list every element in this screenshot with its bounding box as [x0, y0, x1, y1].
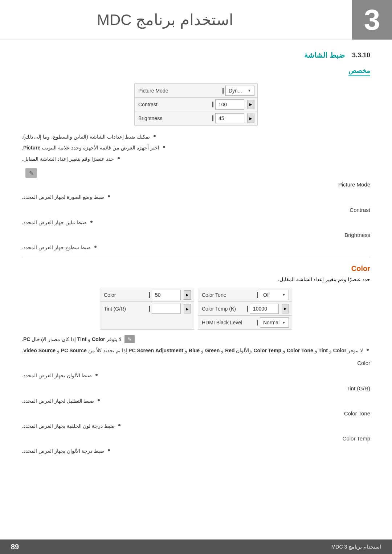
warning-icon-1: ✎: [124, 335, 135, 343]
contrast-value: 100: [215, 99, 244, 110]
warning-row-2: لا يتوفر Color و Tint و Color Tone و Col…: [22, 346, 370, 354]
page-header: استخدام برنامج MDC 3: [0, 0, 392, 40]
color-item-2-section: ضبط درجة لون الخلفية بجهاز العرض المحدد.: [22, 422, 370, 430]
color-item-label: Color: [22, 360, 370, 366]
tint-label: Tint (G/R): [100, 306, 150, 312]
hdmi-black-row: HDMI Black Level Normal ▼: [198, 316, 292, 329]
page-number: 89: [11, 543, 19, 551]
color-temp-row: Color Temp (K) 10000 ▶: [198, 302, 292, 316]
contrast-label: Contrast: [135, 102, 213, 107]
warning-text-1: لا يتوفر Color و Tint إذا كان مصدر الإدخ…: [22, 335, 122, 343]
color-item-0-bullet: ضبط الألوان بجهاز العرض المحدد.: [22, 372, 370, 379]
brightness-bullet-dot: [94, 246, 97, 248]
color-item-2-dot: [118, 424, 121, 426]
color-temp-label: Color Temp (K): [198, 306, 248, 312]
brightness-row: Brightness 45 ▶: [135, 111, 257, 125]
picture-mode-value[interactable]: Dyn... ▼: [225, 86, 254, 96]
color-item-1-bullet: ضبط التظليل لجهاز العرض المحدد.: [22, 397, 370, 405]
section-number: 3.3.10: [352, 52, 370, 59]
color-item-3-text: ضبط درجة الألوان بجهاز العرض المحدد.: [22, 447, 104, 455]
color-item-3-section: ضبط درجة الألوان بجهاز العرض المحدد.: [22, 447, 370, 455]
picture-mode-bullet-text: ضبط وضع الصورة لجهاز العرض المحدد.: [22, 193, 104, 201]
color-tone-value[interactable]: Off ▼: [260, 290, 289, 300]
warning-text-2: لا يتوفر Color و Tint و Color Tone و Col…: [22, 346, 363, 354]
color-item-0-section: ضبط الألوان بجهاز العرض المحدد.: [22, 372, 370, 379]
main-content: ضبط الشاشة 3.3.10 مخصص Picture Mode Dyn.…: [0, 40, 392, 472]
tint-arrow-btn[interactable]: ▶: [184, 304, 191, 313]
color-item-3-bullet: ضبط درجة الألوان بجهاز العرض المحدد.: [22, 447, 370, 455]
color-item-1-dot: [98, 399, 100, 401]
bullet-dot-1: [154, 135, 156, 137]
note-row-picture: [22, 168, 370, 178]
hdmi-black-dropdown-arrow: ▼: [282, 321, 286, 325]
color-item-3-dot: [108, 449, 110, 451]
subsection-title: مخصص: [348, 67, 370, 76]
hdmi-black-value[interactable]: Normal ▼: [260, 317, 289, 328]
warning-dot-2: [367, 349, 369, 351]
color-panel-left: Color 50 ▶ Tint (G/R) ▶: [100, 288, 194, 330]
main-bullet-section: يمكنك ضبط إعدادات الشاشة (التباين والسطو…: [22, 133, 370, 163]
header-title-text: استخدام برنامج MDC: [97, 11, 233, 29]
tint-item-label: Tint (G/R): [22, 385, 370, 391]
color-tone-row: Color Tone Off ▼: [198, 288, 292, 302]
bullet-item-2: اختر أجهزة العرض من قائمة الأجهزة وحدد ع…: [22, 144, 370, 152]
contrast-bullet-section: ضبط تباين جهاز العرض المحدد.: [22, 218, 370, 226]
bullet-text-2: اختر أجهزة العرض من قائمة الأجهزة وحدد ع…: [22, 144, 159, 152]
warning-row-1: ✎ لا يتوفر Color و Tint إذا كان مصدر الإ…: [22, 335, 370, 343]
section-heading: ضبط الشاشة 3.3.10: [22, 51, 370, 59]
picture-mode-bullet-dot: [108, 195, 110, 197]
header-title: استخدام برنامج MDC: [0, 0, 352, 40]
color-section-title: Color: [351, 264, 370, 272]
picture-panel: Picture Mode Dyn... ▼ Contrast 100 ▶ Bri…: [134, 83, 258, 126]
chapter-number-text: 3: [364, 3, 380, 37]
brightness-arrow-btn[interactable]: ▶: [247, 114, 254, 123]
color-tone-dropdown-arrow: ▼: [282, 293, 286, 297]
picture-mode-dropdown-arrow: ▼: [248, 89, 251, 93]
color-panel-right: Color Tone Off ▼ Color Temp (K) 10000 ▶ …: [198, 288, 292, 330]
bullet-item-1: يمكنك ضبط إعدادات الشاشة (التباين والسطو…: [22, 133, 370, 141]
color-label: Color: [100, 292, 150, 298]
color-item-0-text: ضبط الألوان بجهاز العرض المحدد.: [22, 372, 92, 379]
brightness-sub-label: Brightness: [22, 232, 370, 238]
color-temp-value: 10000: [250, 304, 279, 314]
subsection-heading: مخصص: [22, 67, 370, 76]
color-tone-label: Color Tone: [198, 292, 258, 298]
hdmi-black-label: HDMI Black Level: [198, 320, 258, 325]
contrast-row: Contrast 100 ▶: [135, 98, 257, 111]
color-row: Color 50 ▶: [100, 288, 194, 302]
brightness-bullet-section: ضبط سطوع جهاز العرض المحدد.: [22, 243, 370, 251]
section-divider: [22, 257, 370, 257]
brightness-bullet-item: ضبط سطوع جهاز العرض المحدد.: [22, 243, 370, 251]
brightness-bullet-text: ضبط سطوع جهاز العرض المحدد.: [22, 243, 91, 251]
color-temp-arrow-btn[interactable]: ▶: [282, 304, 289, 313]
color-item-1-text: ضبط التظليل لجهاز العرض المحدد.: [22, 397, 94, 405]
color-notes-section: ✎ لا يتوفر Color و Tint إذا كان مصدر الإ…: [22, 335, 370, 354]
bullet-item-3: حدد عنصرًا وقم بتغيير إعداد الشاشة المقا…: [22, 155, 370, 163]
footer-left-text: MDC استخدام برنامج 3: [331, 544, 381, 550]
contrast-bullet-dot: [90, 221, 93, 223]
color-section-heading: Color: [22, 264, 370, 273]
color-value: 50: [152, 290, 181, 300]
contrast-bullet-item: ضبط تباين جهاز العرض المحدد.: [22, 218, 370, 226]
color-double-panel: Color 50 ▶ Tint (G/R) ▶ Col: [22, 288, 370, 330]
color-intro-text: حدد عنصرًا وقم بتغيير إعداد الشاشة المقا…: [22, 276, 370, 282]
color-arrow-btn[interactable]: ▶: [184, 290, 191, 300]
tint-row: Tint (G/R) ▶: [100, 302, 194, 316]
color-item-0-dot: [95, 374, 98, 376]
page-footer: 89 MDC استخدام برنامج 3: [0, 539, 392, 554]
contrast-arrow-btn[interactable]: ▶: [247, 100, 254, 109]
bullet-text-1: يمكنك ضبط إعدادات الشاشة (التباين والسطو…: [22, 133, 150, 141]
picture-mode-bullet-item: ضبط وضع الصورة لجهاز العرض المحدد.: [22, 193, 370, 201]
color-item-1-section: ضبط التظليل لجهاز العرض المحدد.: [22, 397, 370, 405]
color-item-2-text: ضبط درجة لون الخلفية بجهاز العرض المحدد.: [22, 422, 115, 430]
bullet-dot-2: [163, 146, 165, 148]
picture-mode-row: Picture Mode Dyn... ▼: [135, 84, 257, 98]
bullet-dot-3: [118, 157, 120, 159]
contrast-sub-label: Contrast: [22, 207, 370, 213]
brightness-value: 45: [215, 113, 244, 123]
picture-mode-label: Picture Mode: [135, 88, 224, 94]
color-tone-item-label: Color Tone: [22, 410, 370, 416]
bullet-text-3: حدد عنصرًا وقم بتغيير إعداد الشاشة المقا…: [22, 155, 114, 163]
color-item-2-bullet: ضبط درجة لون الخلفية بجهاز العرض المحدد.: [22, 422, 370, 430]
brightness-label: Brightness: [135, 115, 213, 121]
